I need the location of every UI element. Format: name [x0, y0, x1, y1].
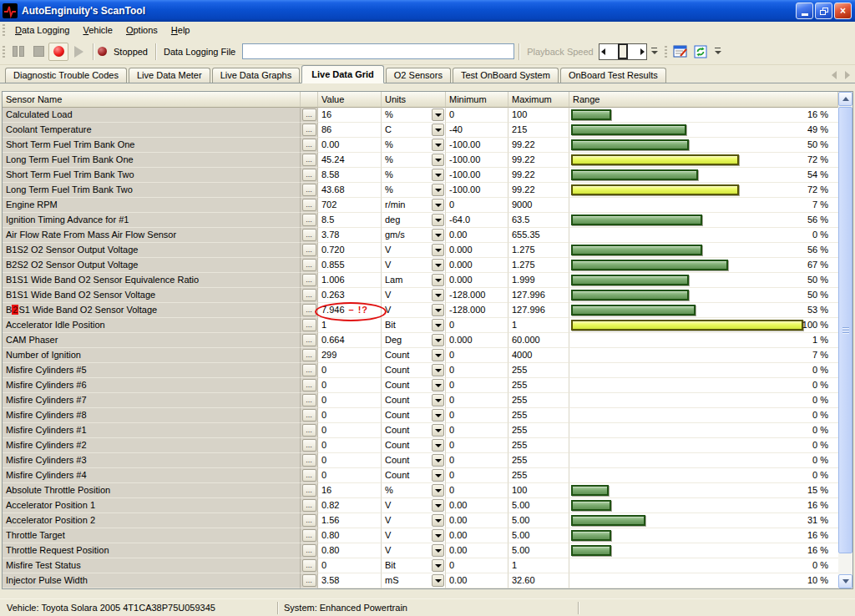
units-dropdown-button[interactable]: [432, 574, 444, 587]
toolbar-overflow-chevron-icon[interactable]: [714, 46, 722, 58]
data-logging-file-input[interactable]: [242, 43, 514, 59]
ellipsis-button[interactable]: ...: [302, 229, 316, 241]
table-row[interactable]: Misfire Test Status...0Bit010 %: [3, 558, 838, 573]
tab-onboard-test-results[interactable]: OnBoard Test Results: [560, 68, 666, 83]
units-dropdown-button[interactable]: [432, 469, 444, 482]
menu-grip[interactable]: [3, 24, 5, 36]
table-row[interactable]: Air Flow Rate From Mass Air Flow Sensor.…: [3, 228, 838, 243]
table-row[interactable]: Misfire Cylinders #6...0Count02550 %: [3, 378, 838, 393]
table-row[interactable]: Misfire Cylinders #3...0Count02550 %: [3, 453, 838, 468]
ellipsis-button[interactable]: ...: [302, 154, 316, 166]
ellipsis-button[interactable]: ...: [302, 274, 316, 286]
units-dropdown-button[interactable]: [432, 514, 444, 527]
scrollbar-up-button[interactable]: [838, 92, 852, 106]
ellipsis-button[interactable]: ...: [302, 484, 316, 497]
menu-item-help[interactable]: Help: [164, 23, 197, 38]
table-row[interactable]: B1S2 O2 Sensor Output Voltage...0.720V0.…: [3, 243, 838, 258]
units-dropdown-button[interactable]: [432, 289, 444, 301]
ellipsis-button[interactable]: ...: [302, 544, 316, 557]
units-dropdown-button[interactable]: [432, 529, 444, 542]
restore-button[interactable]: [815, 3, 832, 19]
table-row[interactable]: Long Term Fuel Trim Bank One...45.24%-10…: [3, 153, 838, 168]
table-row[interactable]: Number of Ignition...299Count040007 %: [3, 348, 838, 363]
ellipsis-button[interactable]: ...: [302, 409, 316, 422]
column-header-sensor-name[interactable]: Sensor Name: [3, 92, 301, 108]
units-dropdown-button[interactable]: [432, 259, 444, 271]
table-row[interactable]: Misfire Cylinders #5...0Count02550 %: [3, 363, 838, 378]
table-row[interactable]: B1S1 Wide Band O2 Sensor Voltage...0.263…: [3, 288, 838, 303]
minimize-button[interactable]: [796, 3, 813, 19]
units-dropdown-button[interactable]: [432, 304, 444, 316]
table-row[interactable]: Misfire Cylinders #4...0Count02550 %: [3, 468, 838, 483]
vertical-scrollbar[interactable]: [838, 92, 852, 588]
ellipsis-button[interactable]: ...: [302, 349, 316, 361]
units-dropdown-button[interactable]: [432, 244, 444, 256]
ellipsis-button[interactable]: ...: [302, 214, 316, 226]
ellipsis-button[interactable]: ...: [302, 304, 316, 316]
pause-button[interactable]: [8, 43, 28, 61]
units-dropdown-button[interactable]: [432, 139, 444, 151]
units-dropdown-button[interactable]: [432, 484, 444, 497]
table-row[interactable]: Misfire Cylinders #7...0Count02550 %: [3, 393, 838, 408]
units-dropdown-button[interactable]: [432, 409, 444, 422]
table-row[interactable]: Accelerator Position 1...0.82V0.005.0016…: [3, 498, 838, 513]
tab-live-data-meter[interactable]: Live Data Meter: [129, 68, 210, 83]
menu-item-vehicle[interactable]: Vehicle: [76, 23, 119, 38]
scrollbar-thumb[interactable]: [838, 107, 852, 553]
column-header-range[interactable]: Range: [569, 92, 838, 108]
table-row[interactable]: Absolute Throttle Position...16%010015 %: [3, 483, 838, 498]
units-dropdown-button[interactable]: [432, 214, 444, 226]
ellipsis-button[interactable]: ...: [302, 574, 316, 587]
units-dropdown-button[interactable]: [432, 394, 444, 406]
tab-test-onboard-system[interactable]: Test OnBoard System: [453, 68, 559, 83]
toolbar-grip[interactable]: [3, 46, 5, 58]
units-dropdown-button[interactable]: [432, 379, 444, 391]
ellipsis-button[interactable]: ...: [302, 469, 316, 482]
play-button[interactable]: [68, 43, 89, 61]
ellipsis-button[interactable]: ...: [302, 424, 316, 437]
units-dropdown-button[interactable]: [432, 229, 444, 241]
slider-right-arrow-icon[interactable]: [640, 48, 645, 55]
ellipsis-button[interactable]: ...: [302, 499, 316, 512]
table-row[interactable]: Short Term Fuel Trim Bank One...0.00%-10…: [3, 138, 838, 153]
ellipsis-button[interactable]: ...: [302, 559, 316, 572]
table-row[interactable]: Throttle Target...0.80V0.005.0016 %: [3, 528, 838, 543]
ellipsis-button[interactable]: ...: [302, 139, 316, 151]
column-header-value[interactable]: Value: [318, 92, 382, 108]
units-dropdown-button[interactable]: [432, 109, 444, 121]
units-dropdown-button[interactable]: [432, 199, 444, 211]
log-view-button[interactable]: [670, 43, 691, 61]
tab-live-data-graphs[interactable]: Live Data Graphs: [212, 68, 301, 83]
ellipsis-button[interactable]: ...: [302, 529, 316, 542]
units-dropdown-button[interactable]: [432, 439, 444, 452]
column-header-maximum[interactable]: Maximum: [508, 92, 569, 108]
table-row[interactable]: Misfire Cylinders #2...0Count02550 %: [3, 438, 838, 453]
table-row[interactable]: Calculated Load...16%010016 %: [3, 108, 838, 123]
ellipsis-button[interactable]: ...: [302, 259, 316, 271]
table-row[interactable]: Throttle Request Position...0.80V0.005.0…: [3, 543, 838, 558]
table-row[interactable]: Accelerator Position 2...1.56V0.005.0031…: [3, 513, 838, 528]
toolbar-grip[interactable]: [665, 46, 667, 58]
slider-left-arrow-icon[interactable]: [601, 48, 605, 55]
tab-live-data-grid[interactable]: Live Data Grid: [301, 65, 384, 83]
table-row[interactable]: Short Term Fuel Trim Bank Two...8.58%-10…: [3, 168, 838, 183]
slider-thumb[interactable]: [618, 43, 628, 59]
table-row[interactable]: Ignition Timing Advance for #1...8.5deg-…: [3, 213, 838, 228]
table-row[interactable]: Misfire Cylinders #8...0Count02550 %: [3, 408, 838, 423]
units-dropdown-button[interactable]: [432, 364, 444, 376]
ellipsis-button[interactable]: ...: [302, 199, 316, 211]
ellipsis-button[interactable]: ...: [302, 184, 316, 196]
units-dropdown-button[interactable]: [432, 184, 444, 196]
column-header-spacer[interactable]: [301, 92, 318, 108]
ellipsis-button[interactable]: ...: [302, 514, 316, 527]
units-dropdown-button[interactable]: [432, 334, 444, 346]
table-row[interactable]: Misfire Cylinders #1...0Count02550 %: [3, 423, 838, 438]
column-header-units[interactable]: Units: [382, 92, 446, 108]
column-header-minimum[interactable]: Minimum: [446, 92, 508, 108]
table-row[interactable]: Long Term Fuel Trim Bank Two...43.68%-10…: [3, 183, 838, 198]
table-row[interactable]: CAM Phaser...0.664Deg0.00060.0001 %: [3, 333, 838, 348]
table-row[interactable]: B1S1 Wide Band O2 Sensor Equivalence Rat…: [3, 273, 838, 288]
tab-diagnostic-trouble-codes[interactable]: Diagnostic Trouble Codes: [5, 68, 127, 83]
tab-scroll-right-icon[interactable]: [845, 71, 850, 79]
ellipsis-button[interactable]: ...: [302, 364, 316, 376]
